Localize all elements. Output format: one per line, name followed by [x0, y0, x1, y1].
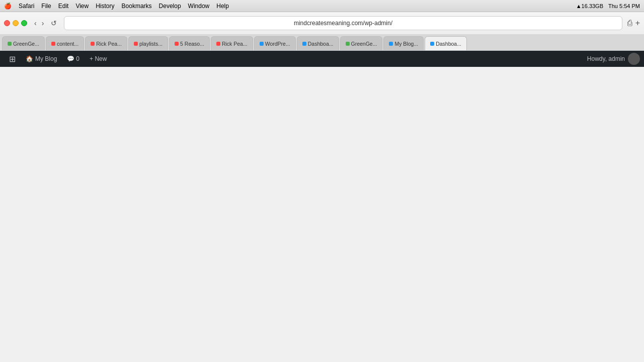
wp-logo-item[interactable]: ⊞	[4, 51, 21, 67]
new-content-item[interactable]: + New	[85, 51, 112, 67]
forward-button[interactable]: ›	[40, 18, 46, 28]
tab-2[interactable]: Rick Pea...	[85, 36, 127, 50]
reload-button[interactable]: ↺	[49, 18, 59, 28]
tab-4[interactable]: 5 Reaso...	[169, 36, 210, 50]
admin-bar: ⊞ 🏠 My Blog 💬 0 + New Howdy, admin	[0, 51, 644, 67]
browser-tabs: GreenGe... content... Rick Pea... playli…	[0, 34, 644, 50]
history-menu[interactable]: History	[96, 3, 114, 10]
tab-0[interactable]: GreenGe...	[2, 36, 45, 50]
howdy-text: Howdy, admin	[587, 55, 625, 62]
user-avatar	[628, 53, 640, 65]
traffic-lights	[4, 20, 27, 26]
home-icon: 🏠	[26, 55, 33, 62]
browser-chrome: ‹ › ↺ mindcreatesmeaning.com/wp-admin/ ⎙…	[0, 12, 644, 51]
clock: Thu 5:54 PM	[608, 3, 640, 9]
site-name-label: My Blog	[35, 55, 57, 62]
edit-menu[interactable]: Edit	[58, 3, 69, 10]
safari-menu[interactable]: Safari	[19, 3, 34, 10]
window-menu[interactable]: Window	[188, 3, 210, 10]
fullscreen-button[interactable]	[21, 20, 27, 26]
help-menu[interactable]: Help	[216, 3, 229, 10]
mac-menubar: 🍎 Safari File Edit View History Bookmark…	[0, 0, 644, 12]
storage-indicator: ▲16.33GB	[576, 3, 603, 9]
develop-menu[interactable]: Develop	[159, 3, 181, 10]
tab-3[interactable]: playlists...	[128, 36, 168, 50]
close-button[interactable]	[4, 20, 10, 26]
file-menu[interactable]: File	[41, 3, 51, 10]
tab-6[interactable]: WordPre...	[254, 36, 296, 50]
howdy-section[interactable]: Howdy, admin	[587, 53, 640, 65]
browser-toolbar: ‹ › ↺ mindcreatesmeaning.com/wp-admin/ ⎙…	[0, 12, 644, 34]
share-icon[interactable]: ⎙	[627, 19, 632, 28]
new-label: + New	[90, 55, 107, 62]
tab-10[interactable]: Dashboa...	[425, 36, 467, 50]
nav-buttons: ‹ ›	[32, 18, 46, 28]
address-bar[interactable]: mindcreatesmeaning.com/wp-admin/	[64, 16, 622, 30]
tab-7[interactable]: Dashboa...	[297, 36, 339, 50]
site-name-item[interactable]: 🏠 My Blog	[21, 51, 62, 67]
mac-menu-left: 🍎 Safari File Edit View History Bookmark…	[4, 3, 229, 10]
url-text: mindcreatesmeaning.com/wp-admin/	[294, 20, 392, 27]
apple-menu[interactable]: 🍎	[4, 3, 12, 10]
add-tab-icon[interactable]: +	[635, 19, 640, 28]
view-menu[interactable]: View	[75, 3, 89, 10]
mac-menu-right: ▲16.33GB Thu 5:54 PM	[576, 3, 640, 9]
bookmarks-menu[interactable]: Bookmarks	[122, 3, 152, 10]
admin-bar-right: Howdy, admin	[587, 53, 640, 65]
comments-count: 0	[76, 55, 79, 62]
browser-actions: ⎙ +	[627, 19, 640, 28]
tab-9[interactable]: My Blog...	[383, 36, 424, 50]
tab-1[interactable]: content...	[46, 36, 84, 50]
tab-8[interactable]: GreenGe...	[340, 36, 383, 50]
comment-icon: 💬	[67, 55, 74, 62]
tab-5[interactable]: Rick Pea...	[211, 36, 253, 50]
comments-item[interactable]: 💬 0	[62, 51, 85, 67]
back-button[interactable]: ‹	[32, 18, 39, 28]
minimize-button[interactable]	[13, 20, 19, 26]
wp-logo-icon: ⊞	[9, 54, 16, 64]
